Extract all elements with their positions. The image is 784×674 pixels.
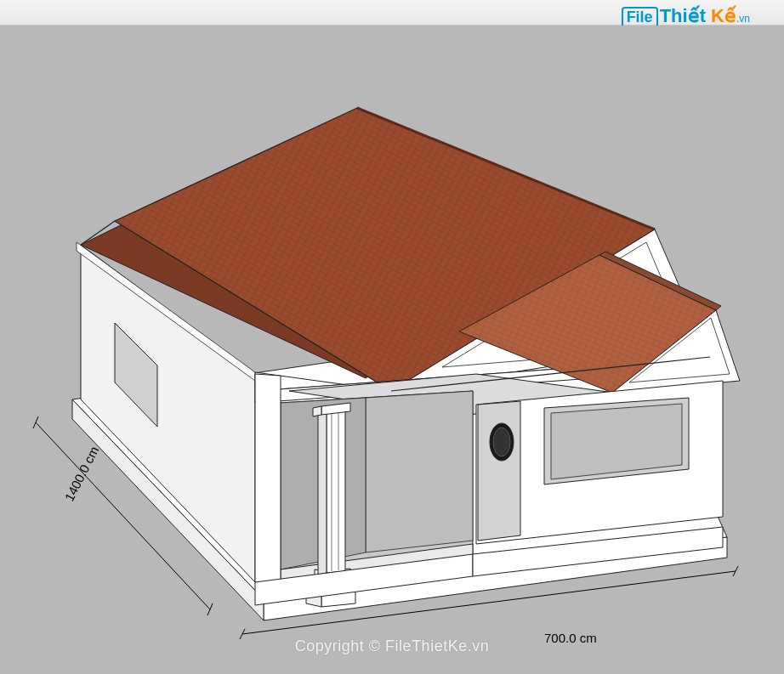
copyright-watermark: Copyright © FileThietKe.vn [295,637,489,655]
svg-marker-25 [366,391,473,552]
logo-part-thiet: Thiết [660,5,706,26]
3d-viewport[interactable]: 1400.0 cm 700.0 cm Copyright © FileThiet… [0,25,784,674]
left-pier [255,374,281,586]
door-alcove [478,401,520,541]
dimension-width-label: 700.0 cm [544,631,597,645]
house-model [0,25,784,674]
svg-marker-22 [478,401,520,541]
svg-marker-32 [327,408,345,573]
site-logo: FileThiết Kế.vn [622,5,750,28]
svg-marker-33 [318,410,327,575]
svg-point-24 [493,428,510,456]
house-svg [0,25,784,674]
logo-part-vn: .vn [736,13,750,25]
svg-marker-37 [313,406,321,416]
logo-part-ke: Kế [711,5,736,26]
app-toolbar: FileThiết Kế.vn [0,0,784,25]
